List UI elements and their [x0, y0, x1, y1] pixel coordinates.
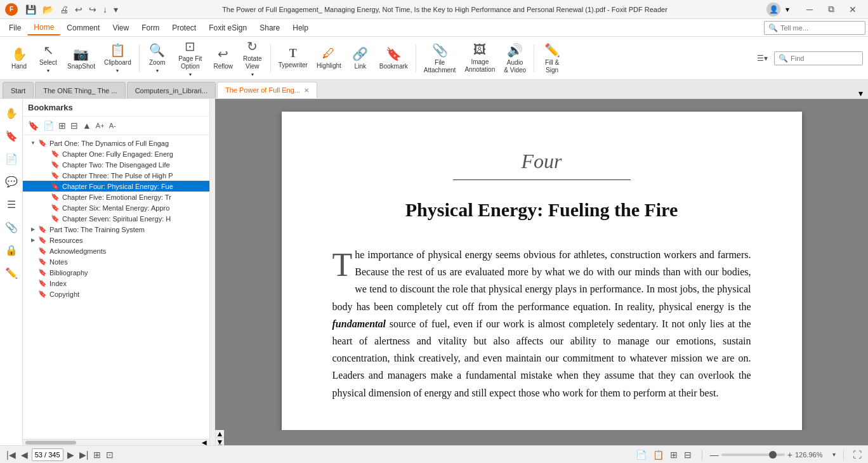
last-page-btn[interactable]: ▶|	[78, 448, 90, 461]
first-page-btn[interactable]: |◀	[5, 448, 17, 461]
bookmark-btn[interactable]: 🔖 Bookmark	[376, 41, 412, 76]
fit-page-btn[interactable]: ⊡	[105, 448, 115, 461]
qa-print-btn[interactable]: 🖨	[57, 3, 71, 16]
menu-help[interactable]: Help	[286, 21, 315, 35]
toolbar-customize-btn[interactable]: ☰▾	[754, 53, 770, 64]
tab-power[interactable]: The Power of Full Eng... ✕	[217, 82, 317, 98]
clipboard-tool-btn[interactable]: 📋 Clipboard ▾	[100, 41, 135, 76]
menu-form[interactable]: Form	[135, 21, 166, 35]
menu-foxit-esign[interactable]: Foxit eSign	[202, 21, 253, 35]
scrollbar-h-thumb[interactable]	[25, 441, 76, 445]
rotate-view-btn[interactable]: ↻ Rotate View ▾	[239, 41, 266, 76]
tree-item-part-two[interactable]: ▶ 🔖 Part Two: The Training System	[23, 224, 209, 235]
panel-bookmark-btn[interactable]: 🔖	[27, 119, 40, 132]
zoom-in-btn[interactable]: +	[787, 450, 792, 460]
sidebar-edit-icon[interactable]: ✏️	[3, 264, 20, 282]
tree-item-resources[interactable]: ▶ 🔖 Resources	[23, 235, 209, 245]
tab-start[interactable]: Start	[3, 82, 34, 98]
tree-item-acknowledgments[interactable]: 🔖 Acknowledgments	[23, 245, 209, 256]
restore-button[interactable]: ⧉	[821, 3, 841, 16]
facing-view-btn[interactable]: ⊞	[667, 448, 680, 461]
horizontal-scrollbar[interactable]: ◀	[23, 439, 209, 445]
user-account-icon[interactable]: 👤	[766, 3, 780, 16]
tree-item-index[interactable]: 🔖 Index	[23, 278, 209, 289]
scroll-up-btn[interactable]: ▲	[216, 430, 224, 438]
tree-item-ch5[interactable]: 🔖 Chapter Five: Emotional Energy: Tr	[23, 192, 209, 202]
qa-save-btn[interactable]: 💾	[23, 3, 39, 16]
zoom-dropdown-arrow[interactable]: ▾	[832, 451, 836, 458]
link-btn[interactable]: 🔗 Link	[346, 41, 374, 76]
menu-view[interactable]: View	[106, 21, 135, 35]
panel-resize-handle[interactable]	[210, 99, 215, 445]
snapshot-tool-btn[interactable]: 📷 SnapShot	[63, 41, 99, 76]
menu-home[interactable]: Home	[27, 20, 60, 36]
menu-comment[interactable]: Comment	[60, 21, 106, 35]
sidebar-comments-icon[interactable]: 💬	[3, 173, 20, 190]
next-page-btn[interactable]: ▶	[66, 448, 76, 461]
single-page-view-btn[interactable]: 📄	[633, 448, 649, 461]
qa-open-btn[interactable]: 📂	[40, 3, 56, 16]
fill-sign-btn[interactable]: ✏️ Fill & Sign	[538, 41, 566, 76]
select-tool-btn[interactable]: ↖ Select ▾	[34, 41, 62, 76]
zoom-slider[interactable]	[721, 453, 785, 456]
image-annotation-btn[interactable]: 🖼 Image Annotation	[461, 41, 499, 76]
minimize-button[interactable]: ─	[799, 3, 820, 16]
tree-item-ch7[interactable]: 🔖 Chapter Seven: Spiritual Energy: H	[23, 213, 209, 224]
reflow-btn[interactable]: ↩ Reflow	[209, 41, 237, 76]
typewriter-btn[interactable]: T Typewriter	[275, 41, 312, 76]
file-attachment-btn[interactable]: 📎 File Attachment	[420, 41, 460, 76]
tree-item-ch3[interactable]: 🔖 Chapter Three: The Pulse of High P	[23, 170, 209, 181]
tab-computers[interactable]: Computers_in_Librari...	[127, 82, 216, 98]
prev-page-btn[interactable]: ◀	[20, 448, 29, 461]
panel-collapse-all-btn[interactable]: ⊟	[69, 119, 79, 132]
page-fit-btn[interactable]: ⊡ Page Fit Option ▾	[173, 41, 208, 76]
pdf-container[interactable]: Four Physical Energy: Fueling the Fire T…	[215, 99, 868, 430]
panel-page-btn[interactable]: 📄	[42, 119, 55, 132]
menu-file[interactable]: File	[3, 21, 27, 35]
sidebar-pages-icon[interactable]: 📄	[3, 150, 20, 167]
bookmarks-tree[interactable]: ▼ 🔖 Part One: The Dynamics of Full Engag…	[23, 135, 209, 439]
user-dropdown-icon[interactable]: ▾	[786, 5, 789, 14]
tree-item-ch6[interactable]: 🔖 Chapter Six: Mental Energy: Appro	[23, 202, 209, 213]
panel-expand-all-btn[interactable]: ⊞	[57, 119, 67, 132]
qa-undo-btn[interactable]: ↩	[72, 3, 85, 16]
page-number-input[interactable]	[32, 448, 63, 461]
sidebar-hand-icon[interactable]: ✋	[3, 104, 20, 122]
hand-tool-btn[interactable]: ✋ Hand	[5, 41, 33, 76]
tree-item-part-one[interactable]: ▼ 🔖 Part One: The Dynamics of Full Engag	[23, 138, 209, 148]
tree-item-notes[interactable]: 🔖 Notes	[23, 256, 209, 267]
highlight-btn[interactable]: 🖊 Highlight	[313, 41, 345, 76]
qa-redo-btn[interactable]: ↪	[86, 3, 99, 16]
menu-share[interactable]: Share	[253, 21, 286, 35]
sidebar-attachments-icon[interactable]: 📎	[3, 218, 20, 236]
qa-cursor-btn[interactable]: ↓	[100, 3, 110, 16]
panel-collapse-btn[interactable]: ◀	[202, 439, 207, 445]
fullscreen-btn[interactable]: ⛶	[852, 448, 863, 461]
continuous-view-btn[interactable]: 📋	[650, 448, 666, 461]
tree-item-ch2[interactable]: 🔖 Chapter Two: The Disengaged Life	[23, 159, 209, 170]
menu-protect[interactable]: Protect	[166, 21, 202, 35]
sidebar-security-icon[interactable]: 🔒	[3, 241, 20, 259]
audio-video-btn[interactable]: 🔊 Audio & Video	[500, 41, 530, 76]
panel-up-btn[interactable]: ▲	[81, 119, 93, 132]
tree-item-bibliography[interactable]: 🔖 Bibliography	[23, 267, 209, 278]
tree-item-ch1[interactable]: 🔖 Chapter One: Fully Engaged: Energ	[23, 148, 209, 159]
close-button[interactable]: ✕	[843, 3, 863, 16]
right-scrollbar[interactable]: ▲ ▼	[215, 430, 224, 445]
tree-item-copyright[interactable]: 🔖 Copyright	[23, 289, 209, 299]
find-input[interactable]	[791, 55, 854, 62]
tree-item-ch4[interactable]: 🔖 Chapter Four: Physical Energy: Fue	[23, 181, 209, 192]
tab-close-icon[interactable]: ✕	[304, 87, 309, 94]
bookmark-page-btn[interactable]: ⊞	[92, 448, 102, 461]
zoom-tool-btn[interactable]: 🔍 Zoom ▾	[143, 41, 171, 76]
tell-me-input[interactable]	[780, 24, 857, 32]
sidebar-layers-icon[interactable]: ☰	[3, 195, 20, 213]
qa-more-btn[interactable]: ▾	[111, 3, 121, 16]
zoom-out-btn[interactable]: —	[710, 450, 719, 460]
panel-font-decrease-btn[interactable]: A-	[108, 121, 117, 131]
tab-one-thing[interactable]: The ONE Thing_ The ...	[35, 82, 125, 98]
panel-font-increase-btn[interactable]: A+	[95, 121, 106, 131]
facing-continuous-view-btn[interactable]: ⊟	[681, 448, 694, 461]
sidebar-bookmarks-icon[interactable]: 🔖	[3, 127, 20, 145]
tabs-more-btn[interactable]: ▾	[856, 88, 865, 98]
